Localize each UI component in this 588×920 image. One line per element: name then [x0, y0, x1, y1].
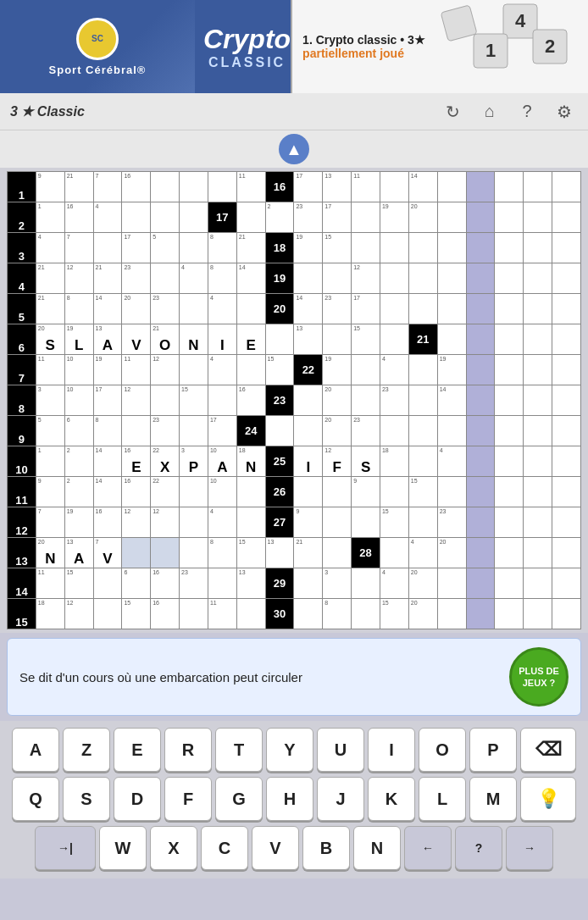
key-O[interactable]: O	[419, 728, 466, 772]
grid-cell[interactable]	[408, 446, 437, 477]
grid-cell[interactable]	[552, 416, 581, 446]
key-Y[interactable]: Y	[266, 728, 313, 772]
grid-cell[interactable]: 11	[236, 172, 265, 202]
grid-cell[interactable]	[352, 599, 380, 629]
grid-cell[interactable]: 15	[236, 538, 265, 568]
grid-cell[interactable]	[180, 416, 208, 446]
grid-cell[interactable]	[495, 507, 524, 538]
grid-cell[interactable]: 19	[64, 507, 93, 538]
grid-cell[interactable]: 11	[122, 355, 151, 385]
grid-cell[interactable]	[495, 416, 524, 446]
grid-cell[interactable]: 15	[380, 507, 408, 538]
grid-cell[interactable]: 8	[323, 599, 352, 629]
grid-cell[interactable]	[380, 477, 408, 507]
grid-cell[interactable]: 9	[294, 507, 323, 538]
grid-cell[interactable]: 6	[64, 416, 93, 446]
grid-cell[interactable]	[151, 263, 180, 294]
grid-cell[interactable]	[352, 385, 380, 416]
grid-cell[interactable]	[380, 416, 408, 446]
grid-cell[interactable]	[495, 233, 524, 263]
grid-cell[interactable]: 15	[380, 599, 408, 629]
grid-cell[interactable]	[552, 446, 581, 477]
grid-cell[interactable]: 23	[437, 507, 466, 538]
grid-cell[interactable]: 23	[294, 202, 323, 233]
grid-cell[interactable]: 4	[208, 355, 236, 385]
grid-cell[interactable]	[294, 477, 323, 507]
grid-cell[interactable]	[552, 263, 581, 294]
grid-cell[interactable]: 21	[294, 538, 323, 568]
grid-cell[interactable]: 16	[122, 477, 151, 507]
grid-cell[interactable]: 5	[36, 416, 64, 446]
grid-cell[interactable]	[236, 507, 265, 538]
grid-cell[interactable]: 21	[236, 233, 265, 263]
grid-cell[interactable]	[524, 202, 552, 233]
grid-cell[interactable]: 1	[36, 446, 64, 477]
key-K[interactable]: K	[368, 777, 415, 821]
key-right[interactable]: →	[506, 826, 553, 870]
key-tab[interactable]: →|	[35, 826, 96, 870]
grid-cell[interactable]: 4	[36, 233, 64, 263]
grid-cell[interactable]	[437, 294, 466, 324]
grid-cell[interactable]	[524, 263, 552, 294]
grid-cell[interactable]	[524, 568, 552, 599]
grid-cell[interactable]: 4	[380, 355, 408, 385]
grid-cell[interactable]	[466, 385, 495, 416]
key-E[interactable]: E	[114, 728, 161, 772]
grid-cell[interactable]	[552, 202, 581, 233]
grid-cell[interactable]	[495, 294, 524, 324]
grid-cell[interactable]: 4	[93, 202, 122, 233]
grid-cell[interactable]: 9	[352, 477, 380, 507]
grid-cell[interactable]	[495, 355, 524, 385]
grid-cell[interactable]: 16	[151, 568, 180, 599]
grid-cell[interactable]: 14	[93, 294, 122, 324]
grid-cell[interactable]	[524, 172, 552, 202]
grid-cell[interactable]	[552, 355, 581, 385]
grid-cell[interactable]: 23	[352, 416, 380, 446]
grid-cell[interactable]	[380, 538, 408, 568]
grid-cell[interactable]	[236, 599, 265, 629]
grid-cell[interactable]: 23	[151, 294, 180, 324]
key-I[interactable]: I	[368, 728, 415, 772]
grid-cell[interactable]: 2	[64, 446, 93, 477]
grid-cell[interactable]	[466, 446, 495, 477]
grid-cell[interactable]	[524, 233, 552, 263]
grid-cell[interactable]	[495, 324, 524, 355]
grid-cell[interactable]	[323, 538, 352, 568]
grid-cell[interactable]: 17	[208, 416, 236, 446]
grid-cell[interactable]: 4	[380, 568, 408, 599]
grid-cell[interactable]	[495, 538, 524, 568]
grid-cell[interactable]: 17	[352, 294, 380, 324]
grid-cell[interactable]	[294, 385, 323, 416]
grid-cell[interactable]: 18N	[236, 446, 265, 477]
grid-cell[interactable]	[408, 233, 437, 263]
key-M[interactable]: M	[469, 777, 517, 821]
grid-cell[interactable]: 21	[36, 263, 64, 294]
grid-cell[interactable]	[524, 538, 552, 568]
grid-cell[interactable]	[495, 599, 524, 629]
grid-cell[interactable]	[437, 568, 466, 599]
grid-cell[interactable]: 23	[151, 416, 180, 446]
grid-cell[interactable]	[352, 355, 380, 385]
grid-cell[interactable]	[180, 538, 208, 568]
grid-cell[interactable]	[524, 416, 552, 446]
grid-cell[interactable]: 11	[36, 568, 64, 599]
grid-cell[interactable]: 18	[36, 599, 64, 629]
grid-cell[interactable]	[552, 385, 581, 416]
grid-cell[interactable]	[236, 355, 265, 385]
grid-cell[interactable]: 11	[36, 355, 64, 385]
grid-cell[interactable]: 10	[64, 355, 93, 385]
grid-cell[interactable]: 5	[151, 233, 180, 263]
grid-cell-active[interactable]	[151, 538, 180, 568]
grid-cell[interactable]: 14	[408, 172, 437, 202]
grid-cell[interactable]: 23	[380, 385, 408, 416]
grid-cell[interactable]	[294, 263, 323, 294]
key-T[interactable]: T	[215, 728, 263, 772]
grid-cell[interactable]: 20	[323, 416, 352, 446]
grid-cell[interactable]: 21O	[151, 324, 180, 355]
grid-cell[interactable]	[552, 538, 581, 568]
grid-cell[interactable]: 1	[36, 202, 64, 233]
grid-cell[interactable]: 20N	[36, 538, 64, 568]
grid-cell[interactable]: 17	[294, 172, 323, 202]
grid-cell[interactable]: 20S	[36, 324, 64, 355]
grid-cell[interactable]: 8	[208, 538, 236, 568]
